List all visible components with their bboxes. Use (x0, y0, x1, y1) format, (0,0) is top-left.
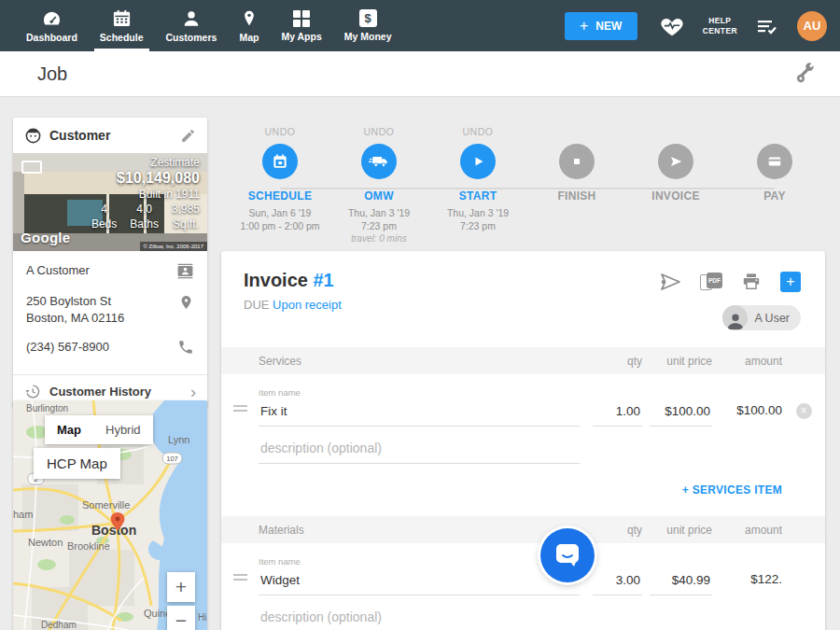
item-name-label: Item name (259, 556, 580, 567)
nav-items: Dashboard Schedule Customers Map (15, 0, 403, 51)
nav-item-my-apps[interactable]: My Apps (270, 0, 332, 51)
schedule-step-icon[interactable] (262, 144, 298, 179)
undo-link (725, 126, 824, 138)
description-input[interactable] (259, 441, 580, 464)
undo-link[interactable]: UNDO (329, 126, 428, 138)
edit-pencil-icon[interactable] (180, 128, 196, 144)
top-nav: Dashboard Schedule Customers Map (0, 0, 840, 51)
help-center-line1: HELP (703, 16, 737, 26)
unit-price-column-header: unit price (642, 355, 712, 368)
section-title: Services (259, 355, 585, 368)
add-invoice-icon[interactable]: + (780, 272, 801, 292)
drag-handle-icon[interactable] (233, 402, 247, 414)
omw-truck-icon[interactable] (361, 144, 397, 179)
hcp-map-button[interactable]: HCP Map (34, 448, 120, 479)
nav-label: My Money (344, 31, 392, 42)
property-stats: 4 Beds 4.0 Baths 3,985 Sq.ft. (91, 203, 200, 231)
item-name-input[interactable] (259, 573, 580, 595)
assigned-user-chip[interactable]: A User (722, 305, 801, 330)
nav-label: Customers (166, 32, 217, 43)
user-avatar[interactable]: AU (797, 11, 827, 41)
finish-stop-icon[interactable] (559, 144, 595, 179)
step-label: INVOICE (626, 189, 725, 203)
description-input[interactable] (259, 609, 580, 630)
map-zoom-in-button[interactable]: + (167, 572, 195, 602)
pdf-icon[interactable]: PDF (700, 273, 722, 291)
map-type-map-button[interactable]: Map (45, 415, 93, 444)
step-label: SCHEDULE (231, 189, 329, 203)
customer-details: A Customer 250 Boylston St Boston, MA 02… (13, 251, 207, 374)
undo-link (626, 126, 725, 138)
send-invoice-icon[interactable] (659, 273, 681, 291)
customer-name-row[interactable]: A Customer (26, 262, 194, 280)
invoice-number[interactable]: #1 (313, 270, 333, 290)
map-zoom-out-button[interactable]: − (167, 606, 195, 630)
contact-card-icon (176, 262, 194, 280)
customer-card: Customer Zestimate $10,149,080 (13, 118, 207, 408)
delete-line-icon[interactable]: × (796, 403, 812, 419)
route-107-shield: 107 (162, 453, 182, 464)
zestimate-panel: Zestimate $10,149,080 Built in 1911 4 Be… (91, 156, 200, 231)
stat-sqft: 3,985 Sq.ft. (172, 203, 200, 231)
amount-column-header: amount (712, 524, 782, 537)
invoice-header: Invoice #1 DUE Upon receipt PDF (221, 251, 825, 347)
help-center-button[interactable]: HELP CENTER (703, 16, 737, 35)
nav-item-map[interactable]: Map (228, 0, 270, 51)
customer-address-row[interactable]: 250 Boylston St Boston, MA 02116 (26, 293, 194, 326)
drag-handle-icon[interactable] (233, 571, 247, 583)
map-label-burlington: Burlington (26, 403, 68, 413)
map-label-hingham: Hi (198, 612, 206, 623)
streetview-frame-icon[interactable] (21, 161, 42, 174)
nav-item-my-money[interactable]: $ My Money (333, 0, 403, 51)
plus-icon: + (580, 19, 588, 34)
money-icon: $ (359, 9, 377, 27)
google-watermark: Google (21, 230, 70, 245)
checklist-icon[interactable] (756, 17, 778, 35)
location-pin-icon (178, 293, 194, 312)
nav-label: My Apps (281, 31, 321, 42)
nav-label: Dashboard (26, 32, 77, 43)
undo-link[interactable]: UNDO (231, 126, 329, 138)
chat-support-button[interactable] (540, 528, 595, 582)
start-play-icon[interactable] (460, 144, 496, 179)
invoice-toolbar: PDF + (659, 272, 801, 292)
customer-phone-row[interactable]: (234) 567-8900 (26, 339, 194, 356)
nav-item-dashboard[interactable]: Dashboard (15, 0, 89, 51)
qty-input[interactable] (593, 404, 642, 427)
job-settings-icon[interactable] (793, 63, 816, 85)
new-button-label: NEW (595, 20, 622, 33)
print-icon[interactable] (741, 273, 762, 291)
map-label-dedham: Dedham (41, 620, 77, 630)
stat-beds: 4 Beds (91, 203, 117, 231)
health-heart-icon[interactable] (660, 15, 684, 37)
qty-column-header: qty (585, 524, 642, 537)
history-clock-icon (24, 384, 40, 399)
undo-link[interactable]: UNDO (428, 126, 527, 138)
unit-price-input[interactable] (650, 404, 712, 427)
pay-card-icon[interactable] (757, 144, 792, 179)
map-type-hybrid-button[interactable]: Hybrid (93, 415, 153, 444)
photo-copyright: © Zillow, Inc. 2006-2017 (140, 242, 207, 251)
customer-card-title: Customer (49, 128, 180, 143)
unit-price-input[interactable] (650, 573, 712, 595)
amount-column-header: amount (712, 355, 782, 368)
line-amount: $122. (712, 572, 782, 595)
map-label-lynn: Lynn (168, 434, 189, 445)
step-schedule: UNDO SCHEDULE Sun, Jan 6 '19 1:00 pm - 2… (231, 126, 329, 245)
qty-input[interactable] (593, 573, 642, 595)
nav-item-customers[interactable]: Customers (155, 0, 229, 51)
invoice-send-icon[interactable] (658, 144, 693, 179)
item-name-input[interactable] (259, 404, 580, 427)
due-terms-link[interactable]: Upon receipt (273, 298, 342, 312)
chat-smile-icon (553, 542, 581, 568)
travel-time: travel: 0 mins (329, 232, 428, 245)
customer-card-header: Customer (13, 118, 207, 153)
material-description-row (221, 609, 825, 630)
add-services-item-link[interactable]: + SERVICES ITEM (682, 483, 782, 497)
new-button[interactable]: + NEW (565, 12, 637, 40)
map-type-switcher: Map Hybrid (45, 415, 153, 444)
qty-column-header: qty (585, 355, 642, 368)
zestimate-label: Zestimate (91, 156, 200, 169)
nav-item-schedule[interactable]: Schedule (89, 0, 155, 51)
assigned-user-name: A User (754, 312, 790, 325)
